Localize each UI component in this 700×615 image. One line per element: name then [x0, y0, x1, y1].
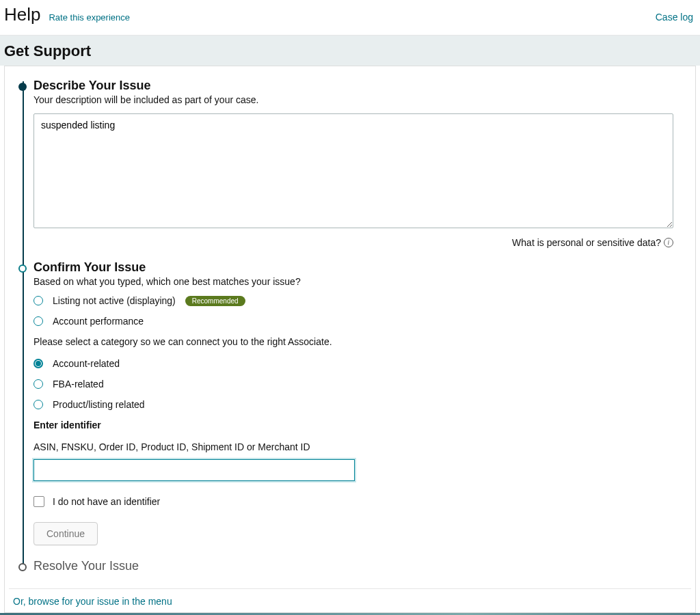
radio-label: Listing not active (displaying) — [53, 295, 176, 306]
step-resolve: Resolve Your Issue — [27, 559, 673, 573]
step3-title: Resolve Your Issue — [33, 559, 673, 573]
radio-label: Product/listing related — [53, 399, 145, 410]
radio-icon — [33, 379, 43, 389]
radio-icon — [33, 296, 43, 305]
issue-textarea[interactable] — [33, 113, 673, 228]
category-prompt: Please select a category so we can conne… — [33, 336, 673, 347]
step-marker-filled-icon — [18, 83, 27, 91]
rate-experience-link[interactable]: Rate this experience — [49, 12, 130, 23]
radio-label: FBA-related — [53, 379, 104, 390]
browse-issue-link[interactable]: Or, browse for your issue in the menu — [13, 596, 172, 607]
step-connector-line — [23, 81, 24, 564]
get-support-title: Get Support — [4, 42, 696, 60]
support-panel: Describe Your Issue Your description wil… — [4, 66, 696, 613]
match-option-listing-not-active[interactable]: Listing not active (displaying) Recommen… — [33, 295, 673, 306]
continue-button[interactable]: Continue — [33, 522, 98, 545]
radio-icon — [33, 400, 43, 409]
caselog-link[interactable]: Case log — [656, 12, 693, 23]
category-option-fba-related[interactable]: FBA-related — [33, 379, 673, 390]
step-confirm: Confirm Your Issue Based on what you typ… — [27, 260, 673, 545]
page-title: Help — [4, 4, 40, 25]
identifier-input[interactable] — [33, 459, 355, 481]
step1-subtitle: Your description will be included as par… — [33, 94, 673, 105]
step2-subtitle: Based on what you typed, which one best … — [33, 276, 673, 287]
checkbox-icon — [33, 496, 44, 507]
no-identifier-label: I do not have an identifier — [53, 496, 160, 507]
step-marker-outline-icon — [18, 563, 27, 571]
category-option-account-related[interactable]: Account-related — [33, 358, 673, 369]
radio-selected-icon — [33, 359, 43, 368]
info-icon[interactable]: i — [664, 238, 673, 247]
subheader: Get Support — [0, 36, 700, 66]
recommended-badge: Recommended — [185, 296, 245, 306]
topbar-left: Help Rate this experience — [4, 4, 130, 25]
match-option-account-performance[interactable]: Account performance — [33, 316, 673, 327]
radio-icon — [33, 316, 43, 326]
step-describe: Describe Your Issue Your description wil… — [27, 79, 673, 248]
radio-label: Account performance — [53, 316, 144, 327]
step2-title: Confirm Your Issue — [33, 260, 673, 275]
identifier-subtitle: ASIN, FNSKU, Order ID, Product ID, Shipm… — [33, 441, 673, 452]
no-identifier-checkbox-row[interactable]: I do not have an identifier — [33, 496, 673, 507]
radio-label: Account-related — [53, 358, 120, 369]
identifier-heading: Enter identifier — [33, 420, 673, 430]
sensitive-data-row: What is personal or sensitive data? i — [33, 237, 673, 248]
step-marker-active-icon — [18, 264, 27, 273]
topbar: Help Rate this experience Case log — [0, 0, 700, 36]
stepper: Describe Your Issue Your description wil… — [5, 66, 695, 573]
divider — [9, 588, 691, 589]
step1-title: Describe Your Issue — [33, 79, 673, 93]
sensitive-data-link[interactable]: What is personal or sensitive data? — [512, 237, 661, 248]
category-option-product-listing-related[interactable]: Product/listing related — [33, 399, 673, 410]
